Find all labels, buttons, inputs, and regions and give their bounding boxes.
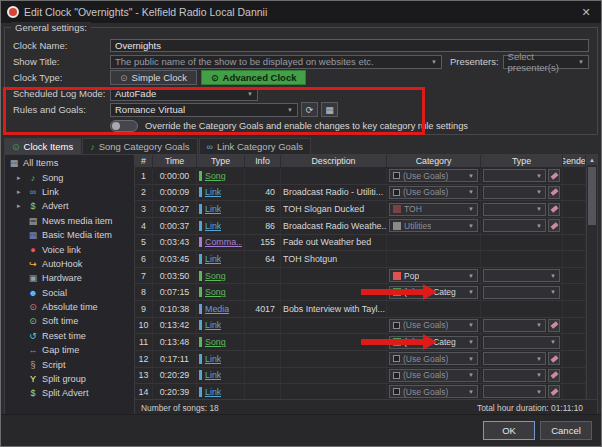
- eraser-icon[interactable]: [548, 203, 560, 216]
- presenters-select[interactable]: Select presenter(s) ▼: [503, 55, 589, 69]
- sidebar-item-all-items[interactable]: ▦ All Items: [5, 156, 134, 170]
- type-link[interactable]: Link: [205, 221, 221, 231]
- clock-item-row[interactable]: 20:00:09Link40Broadcast Radio - Utiliti.…: [135, 185, 586, 202]
- sidebar-item-voice-link[interactable]: ●Voice link: [5, 242, 134, 256]
- clock-item-row[interactable]: 80:07:15Song(Virtual Categ▼▼: [135, 284, 586, 301]
- type-link[interactable]: Link: [205, 320, 221, 330]
- close-icon[interactable]: ✕: [577, 6, 595, 19]
- eraser-icon[interactable]: [548, 385, 560, 398]
- category-select[interactable]: TOH▼: [389, 203, 478, 216]
- type-select[interactable]: ▼: [483, 336, 560, 349]
- tab-clock-items[interactable]: ⊙Clock Items: [4, 138, 81, 154]
- sidebar-item-absolute-time[interactable]: ⊙Absolute time: [5, 300, 134, 314]
- scroll-up-icon[interactable]: ▲: [587, 155, 597, 166]
- type-link[interactable]: Link: [205, 254, 221, 264]
- clock-item-row[interactable]: 90:10:38Media4017Bobs Interview with Tay…: [135, 301, 586, 318]
- use-goals-checkbox[interactable]: [393, 355, 400, 362]
- sidebar-item-song[interactable]: ▸♪Song: [5, 170, 134, 184]
- advanced-clock-button[interactable]: ⊙ Advanced Clock: [201, 70, 306, 85]
- scheduled-log-mode-select[interactable]: AutoFade ▼: [110, 87, 258, 101]
- sidebar-item-social[interactable]: ☻Social: [5, 286, 134, 300]
- rules-and-goals-select[interactable]: Romance Virtual ▼: [110, 103, 298, 117]
- category-select[interactable]: (Virtual Categ▼: [389, 336, 478, 349]
- use-goals-checkbox[interactable]: [393, 372, 400, 379]
- type-select[interactable]: ▼: [483, 319, 546, 332]
- category-select[interactable]: (Use Goals)▼: [389, 319, 478, 332]
- expand-chevron-icon[interactable]: ▸: [17, 202, 24, 210]
- column-header-description[interactable]: Description: [281, 155, 387, 167]
- clock-item-row[interactable]: 40:00:37Link86Broadcast Radio Weathe...U…: [135, 218, 586, 235]
- clock-item-row[interactable]: 10:00:00Song(Use Goals)▼▼: [135, 168, 586, 185]
- sidebar-item-reset-time[interactable]: ↺Reset time: [5, 329, 134, 343]
- ok-button[interactable]: OK: [483, 421, 535, 440]
- column-header-type[interactable]: Type: [481, 155, 563, 167]
- sidebar-item-gap-time[interactable]: ↔Gap time: [5, 343, 134, 357]
- expand-chevron-icon[interactable]: ▸: [17, 188, 24, 196]
- override-goals-toggle[interactable]: [110, 120, 138, 132]
- eraser-icon[interactable]: [548, 219, 560, 232]
- eraser-icon[interactable]: [548, 319, 560, 332]
- eraser-icon[interactable]: [548, 369, 560, 382]
- eraser-icon[interactable]: [548, 169, 560, 182]
- column-header-num[interactable]: #: [135, 155, 153, 167]
- type-link[interactable]: Media: [205, 304, 229, 314]
- clock-item-row[interactable]: 70:03:50SongPop▼▼: [135, 268, 586, 285]
- clock-item-row[interactable]: 60:03:45Link64TOH Shotgun: [135, 251, 586, 268]
- type-select[interactable]: ▼: [483, 369, 546, 382]
- type-select[interactable]: ▼: [483, 385, 546, 398]
- use-goals-checkbox[interactable]: [393, 189, 400, 196]
- eraser-icon[interactable]: [548, 352, 560, 365]
- column-header-info[interactable]: Info: [245, 155, 281, 167]
- type-select[interactable]: ▼: [483, 269, 560, 282]
- sidebar-item-soft-time[interactable]: ⊙Soft time: [5, 314, 134, 328]
- type-link[interactable]: Song: [205, 271, 226, 281]
- clock-item-row[interactable]: 140:20:39Link(Use Goals)▼▼: [135, 384, 586, 399]
- expand-chevron-icon[interactable]: ▸: [17, 174, 24, 182]
- clock-item-row[interactable]: 30:00:27Link85TOH Slogan DuckedTOH▼▼: [135, 201, 586, 218]
- column-header-category[interactable]: Category: [387, 155, 481, 167]
- clock-item-row[interactable]: 130:20:29Link(Use Goals)▼▼: [135, 368, 586, 385]
- type-link[interactable]: Song: [205, 337, 226, 347]
- use-goals-checkbox[interactable]: [393, 388, 400, 395]
- sidebar-item-autohook[interactable]: ↪AutoHook: [5, 257, 134, 271]
- category-select[interactable]: (Virtual Categ▼: [389, 286, 478, 299]
- type-link[interactable]: Link: [205, 187, 221, 197]
- column-header-type[interactable]: Type: [197, 155, 245, 167]
- column-header-time[interactable]: Time: [153, 155, 197, 167]
- category-select[interactable]: (Use Goals)▼: [389, 352, 478, 365]
- category-select[interactable]: Pop▼: [389, 269, 478, 282]
- category-select[interactable]: (Use Goals)▼: [389, 385, 478, 398]
- sidebar-item-news-media-item[interactable]: ▤News media item: [5, 214, 134, 228]
- clock-item-row[interactable]: 100:13:42Link(Use Goals)▼▼: [135, 318, 586, 335]
- type-link[interactable]: Song: [205, 171, 226, 181]
- show-title-input[interactable]: The public name of the show to be displa…: [110, 55, 442, 69]
- sidebar-item-link[interactable]: ▸∞Link: [5, 185, 134, 199]
- tab-link-category-goals[interactable]: ∞Link Category Goals: [199, 138, 312, 154]
- simple-clock-button[interactable]: ⊙ Simple Clock: [110, 70, 197, 85]
- type-link[interactable]: Song: [205, 287, 226, 297]
- type-select[interactable]: ▼: [483, 169, 546, 182]
- clock-item-row[interactable]: 110:13:48Song(Virtual Categ▼▼: [135, 334, 586, 351]
- column-header-gender[interactable]: Gender: [563, 155, 586, 167]
- edit-goals-icon[interactable]: ▦: [321, 102, 338, 117]
- tab-song-category-goals[interactable]: ♪Song Category Goals: [82, 138, 197, 154]
- type-select[interactable]: ▼: [483, 286, 560, 299]
- use-goals-checkbox[interactable]: [393, 172, 400, 179]
- scrollbar-thumb[interactable]: [588, 167, 596, 225]
- sidebar-item-basic-media-item[interactable]: ▦Basic Media item: [5, 228, 134, 242]
- clock-item-row[interactable]: 120:17:11Link(Use Goals)▼▼: [135, 351, 586, 368]
- sidebar-item-script[interactable]: §Script: [5, 357, 134, 371]
- type-link[interactable]: Comma...: [205, 237, 242, 247]
- category-select[interactable]: (Use Goals)▼: [389, 186, 478, 199]
- type-select[interactable]: ▼: [483, 352, 546, 365]
- use-goals-checkbox[interactable]: [393, 322, 400, 329]
- vertical-scrollbar[interactable]: ▲: [586, 155, 597, 399]
- type-link[interactable]: Link: [205, 370, 221, 380]
- sidebar-item-advert[interactable]: ▸$Advert: [5, 199, 134, 213]
- type-link[interactable]: Link: [205, 204, 221, 214]
- sidebar-item-split-advert[interactable]: $Split Advert: [5, 386, 134, 400]
- category-select[interactable]: (Use Goals)▼: [389, 369, 478, 382]
- clock-item-row[interactable]: 50:03:43Comma...155Fade out Weather bed: [135, 235, 586, 252]
- sidebar-item-hardware[interactable]: ▣Hardware: [5, 271, 134, 285]
- type-select[interactable]: ▼: [483, 219, 546, 232]
